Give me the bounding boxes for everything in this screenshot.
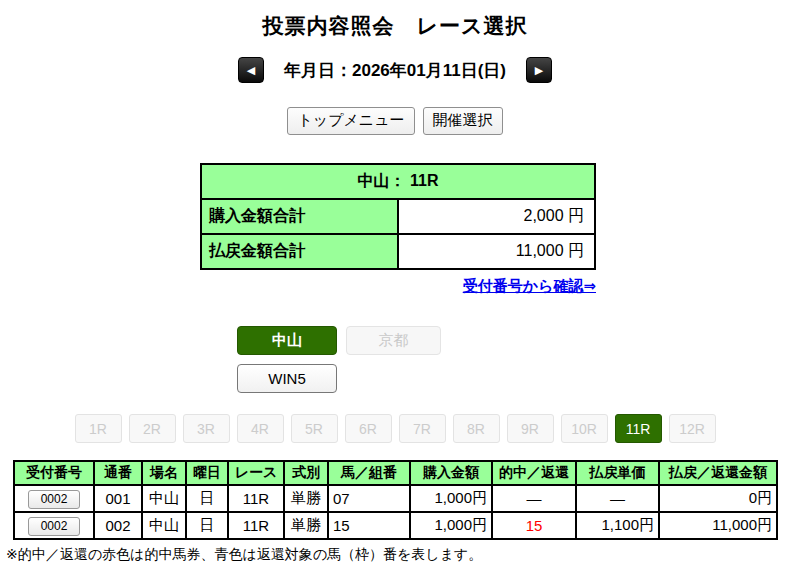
date-navigation: ◀ 年月日：2026年01月11日(日) ▶ bbox=[0, 57, 790, 83]
col-header-number: 馬／組番 bbox=[328, 461, 410, 485]
unit-payout-cell: ― bbox=[576, 485, 659, 512]
receipt-number-button[interactable]: 0002 bbox=[28, 490, 81, 509]
next-day-button[interactable]: ▶ bbox=[526, 57, 552, 83]
payout-total-value: 11,000 円 bbox=[398, 234, 595, 269]
race-button-6r[interactable]: 6R bbox=[345, 414, 392, 443]
win5-row: WIN5 bbox=[237, 364, 790, 393]
table-row: 0002 001 中山 日 11R 単勝 07 1,000円 ― ― 0円 bbox=[14, 485, 777, 512]
race-button-5r[interactable]: 5R bbox=[291, 414, 338, 443]
race-selector: 1R 2R 3R 4R 5R 6R 7R 8R 9R 10R 11R 12R bbox=[0, 414, 790, 443]
bets-table-header-row: 受付番号 通番 場名 曜日 レース 式別 馬／組番 購入金額 的中／返還 払戻単… bbox=[14, 461, 777, 485]
purchase-total-value: 2,000 円 bbox=[398, 199, 595, 234]
race-button-4r[interactable]: 4R bbox=[237, 414, 284, 443]
left-arrow-icon: ◀ bbox=[247, 64, 255, 76]
col-header-purchase: 購入金額 bbox=[410, 461, 492, 485]
unit-payout-cell: 1,100円 bbox=[576, 512, 659, 539]
purchase-total-label: 購入金額合計 bbox=[201, 199, 398, 234]
bet-type-cell: 単勝 bbox=[284, 512, 328, 539]
col-header-hit-return: 的中／返還 bbox=[492, 461, 576, 485]
win5-button[interactable]: WIN5 bbox=[237, 364, 337, 393]
day-cell: 日 bbox=[186, 485, 228, 512]
venue-cell: 中山 bbox=[142, 485, 186, 512]
col-header-payout-amount: 払戻／返還金額 bbox=[659, 461, 777, 485]
venue-button-nakayama[interactable]: 中山 bbox=[237, 326, 337, 355]
col-header-race: レース bbox=[228, 461, 284, 485]
prev-day-button[interactable]: ◀ bbox=[238, 57, 264, 83]
race-cell: 11R bbox=[228, 485, 284, 512]
race-button-1r[interactable]: 1R bbox=[75, 414, 122, 443]
right-arrow-icon: ▶ bbox=[535, 64, 543, 76]
confirm-link-row: 受付番号から確認⇒ bbox=[0, 277, 596, 296]
race-button-2r[interactable]: 2R bbox=[129, 414, 176, 443]
race-button-8r[interactable]: 8R bbox=[453, 414, 500, 443]
number-cell: 07 bbox=[328, 485, 410, 512]
bet-type-cell: 単勝 bbox=[284, 485, 328, 512]
col-header-day: 曜日 bbox=[186, 461, 228, 485]
hit-return-cell: ― bbox=[492, 485, 576, 512]
number-cell: 15 bbox=[328, 512, 410, 539]
date-label: 年月日：2026年01月11日(日) bbox=[284, 59, 506, 82]
serial-cell: 001 bbox=[94, 485, 142, 512]
col-header-serial: 通番 bbox=[94, 461, 142, 485]
payout-cell: 11,000円 bbox=[659, 512, 777, 539]
top-menu-button[interactable]: トップメニュー bbox=[287, 107, 414, 135]
hit-return-cell: 15 bbox=[492, 512, 576, 539]
summary-table: 中山： 11R 購入金額合計 2,000 円 払戻金額合計 11,000 円 bbox=[200, 163, 596, 270]
payout-cell: 0円 bbox=[659, 485, 777, 512]
venue-row: 中山 京都 bbox=[237, 326, 790, 355]
col-header-unit-payout: 払戻単価 bbox=[576, 461, 659, 485]
venue-cell: 中山 bbox=[142, 512, 186, 539]
race-button-3r[interactable]: 3R bbox=[183, 414, 230, 443]
serial-cell: 002 bbox=[94, 512, 142, 539]
page-title: 投票内容照会 レース選択 bbox=[0, 12, 790, 40]
purchase-cell: 1,000円 bbox=[410, 512, 492, 539]
col-header-receipt-no: 受付番号 bbox=[14, 461, 94, 485]
race-button-11r[interactable]: 11R bbox=[615, 414, 662, 443]
venue-button-kyoto[interactable]: 京都 bbox=[346, 326, 441, 355]
summary-row-payout: 払戻金額合計 11,000 円 bbox=[201, 234, 595, 269]
col-header-venue: 場名 bbox=[142, 461, 186, 485]
footnote: ※的中／返還の赤色は的中馬券、青色は返還対象の馬（枠）番を表します。 bbox=[6, 546, 790, 564]
race-cell: 11R bbox=[228, 512, 284, 539]
bets-table: 受付番号 通番 場名 曜日 レース 式別 馬／組番 購入金額 的中／返還 払戻単… bbox=[13, 460, 778, 540]
receipt-number-button[interactable]: 0002 bbox=[28, 517, 81, 536]
purchase-cell: 1,000円 bbox=[410, 485, 492, 512]
race-button-10r[interactable]: 10R bbox=[561, 414, 608, 443]
receipt-number-confirm-link[interactable]: 受付番号から確認⇒ bbox=[463, 277, 596, 294]
menu-row: トップメニュー 開催選択 bbox=[0, 107, 790, 135]
table-row: 0002 002 中山 日 11R 単勝 15 1,000円 15 1,100円… bbox=[14, 512, 777, 539]
kaisai-select-button[interactable]: 開催選択 bbox=[423, 107, 503, 135]
col-header-bet-type: 式別 bbox=[284, 461, 328, 485]
race-button-12r[interactable]: 12R bbox=[669, 414, 716, 443]
payout-total-label: 払戻金額合計 bbox=[201, 234, 398, 269]
race-button-7r[interactable]: 7R bbox=[399, 414, 446, 443]
summary-row-purchase: 購入金額合計 2,000 円 bbox=[201, 199, 595, 234]
race-button-9r[interactable]: 9R bbox=[507, 414, 554, 443]
day-cell: 日 bbox=[186, 512, 228, 539]
summary-header: 中山： 11R bbox=[201, 164, 595, 199]
